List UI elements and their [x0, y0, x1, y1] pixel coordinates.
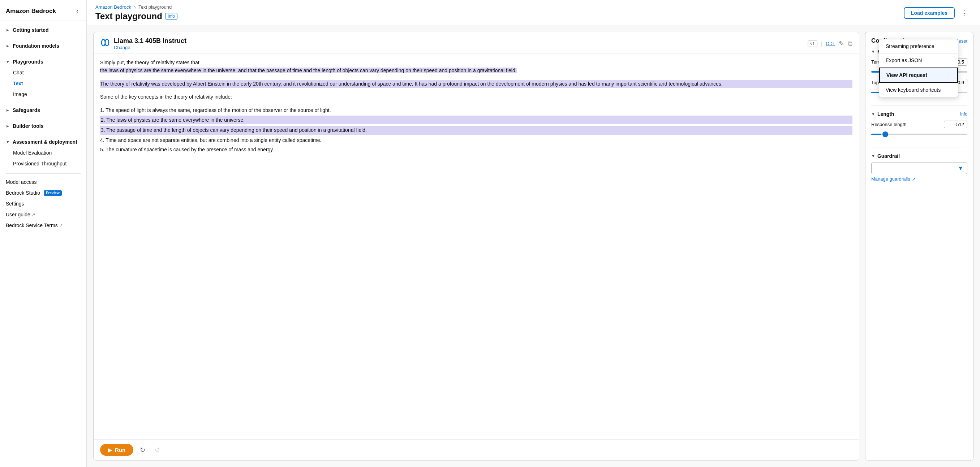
response-length-row: Response length 512	[871, 121, 967, 128]
sidebar-item-assessment[interactable]: ▼ Assessment & deployment	[0, 137, 86, 147]
model-header: Llama 3.1 405B Instruct Change v1 | ODT …	[94, 32, 859, 54]
sidebar-item-getting-started[interactable]: ► Getting started	[0, 25, 86, 35]
sidebar-item-service-terms[interactable]: Bedrock Service Terms ↗	[0, 220, 86, 231]
workspace: Llama 3.1 405B Instruct Change v1 | ODT …	[87, 25, 980, 467]
sidebar-item-model-evaluation[interactable]: Model Evaluation	[0, 147, 86, 158]
topbar-left: Amazon Bedrock › Text playground Text pl…	[95, 4, 177, 21]
response-length-label: Response length	[871, 122, 907, 127]
run-button[interactable]: ▶ Run	[100, 444, 133, 456]
copy-icon[interactable]: ⧉	[848, 40, 853, 48]
response-length-slider[interactable]	[871, 133, 967, 135]
breadcrumb-current: Text playground	[138, 4, 172, 10]
sidebar-section-assessment: ▼ Assessment & deployment Model Evaluati…	[0, 133, 86, 170]
sidebar-item-settings[interactable]: Settings	[0, 198, 86, 209]
list-item: 5. The curvature of spacetime is caused …	[100, 146, 853, 154]
breadcrumb: Amazon Bedrock › Text playground	[95, 4, 177, 10]
config-section-guardrail: ▼ Guardrail ▼ Manage guardrails ↗	[871, 153, 967, 182]
sidebar-item-text[interactable]: Text	[0, 78, 86, 89]
manage-guardrails-link[interactable]: Manage guardrails ↗	[871, 176, 967, 182]
sidebar-section-foundation-models: ► Foundation models	[0, 37, 86, 53]
page-title: Text playground Info	[95, 11, 177, 21]
config-section-length-header[interactable]: ▼ Length Info	[871, 111, 967, 117]
kebab-menu-button[interactable]: ⋮	[958, 8, 971, 18]
sidebar-title: Amazon Bedrock	[6, 8, 56, 15]
sidebar-section-safeguards: ► Safeguards	[0, 101, 86, 117]
sidebar-section-playgrounds: ▼ Playgrounds Chat Text Image	[0, 53, 86, 101]
paragraph-2: The theory of relativity was developed b…	[100, 80, 853, 88]
dropdown-item-view-api[interactable]: View API request	[879, 68, 958, 83]
play-icon: ▶	[108, 447, 112, 453]
list-item: 3. The passage of time and the length of…	[100, 126, 853, 134]
chevron-down-icon: ▼	[871, 49, 875, 54]
sidebar: Amazon Bedrock ‹ ► Getting started ► Fou…	[0, 0, 87, 467]
chevron-right-icon: ►	[6, 28, 10, 32]
paragraph-1-normal: Simply put, the theory of relativity sta…	[100, 60, 199, 65]
chevron-down-icon: ▼	[6, 140, 10, 144]
sidebar-item-bedrock-studio[interactable]: Bedrock Studio Preview	[0, 187, 86, 198]
topbar: Amazon Bedrock › Text playground Text pl…	[87, 0, 980, 25]
dropdown-arrow-icon: ▼	[958, 165, 963, 172]
paragraph-1-highlighted: the laws of physics are the same everywh…	[100, 68, 517, 73]
preview-badge: Preview	[44, 191, 62, 196]
dropdown-item-streaming[interactable]: Streaming preference	[879, 40, 958, 53]
sidebar-header: Amazon Bedrock ‹	[0, 0, 86, 21]
guardrail-dropdown[interactable]: ▼	[871, 162, 967, 174]
paragraph-1: Simply put, the theory of relativity sta…	[100, 59, 853, 75]
sidebar-item-chat[interactable]: Chat	[0, 67, 86, 78]
dropdown-menu: Streaming preference Export as JSON View…	[879, 39, 958, 97]
breadcrumb-separator: ›	[134, 4, 135, 10]
svg-point-1	[105, 40, 109, 46]
chevron-right-icon: ►	[6, 108, 10, 112]
sidebar-item-safeguards[interactable]: ► Safeguards	[0, 105, 86, 116]
response-length-value[interactable]: 512	[944, 121, 967, 128]
sidebar-divider	[6, 173, 81, 174]
redo-button[interactable]: ↺	[152, 445, 163, 456]
edit-icon[interactable]: ✎	[839, 40, 844, 48]
config-section-guardrail-header[interactable]: ▼ Guardrail	[871, 153, 967, 159]
length-section-label: Length	[877, 111, 894, 117]
odt-badge[interactable]: ODT	[826, 41, 835, 46]
version-badge: v1	[808, 40, 818, 47]
paragraph-3: Some of the key concepts in the theory o…	[100, 93, 853, 101]
sidebar-item-foundation-models[interactable]: ► Foundation models	[0, 40, 86, 51]
config-section-length: ▼ Length Info Response length 512	[871, 111, 967, 141]
chevron-down-icon: ▼	[871, 154, 875, 158]
playground-panel: Llama 3.1 405B Instruct Change v1 | ODT …	[93, 32, 859, 461]
list-item: 2. The laws of physics are the same ever…	[100, 116, 853, 124]
sidebar-section-builder-tools: ► Builder tools	[0, 117, 86, 133]
guardrail-section-label: Guardrail	[877, 153, 900, 159]
chevron-down-icon: ▼	[871, 112, 875, 116]
topbar-actions: Load examples ⋮	[904, 7, 971, 19]
sidebar-item-user-guide[interactable]: User guide ↗	[0, 209, 86, 220]
model-version-area: v1 | ODT ✎ ⧉	[808, 40, 853, 48]
sidebar-collapse-button[interactable]: ‹	[74, 6, 81, 16]
content-area: Simply put, the theory of relativity sta…	[94, 54, 859, 439]
main-content: Amazon Bedrock › Text playground Text pl…	[87, 0, 980, 467]
version-divider: |	[821, 41, 822, 47]
length-info-link[interactable]: Info	[960, 111, 967, 117]
list-item: 1. The speed of light is always the same…	[100, 106, 853, 114]
dropdown-item-keyboard-shortcuts[interactable]: View keyboard shortcuts	[879, 83, 958, 97]
list-item: 4. Time and space are not separate entit…	[100, 136, 853, 144]
run-bar: ▶ Run ↻ ↺	[94, 439, 859, 460]
chevron-down-icon: ▼	[6, 60, 10, 64]
model-name-block: Llama 3.1 405B Instruct Change	[114, 37, 186, 50]
info-badge[interactable]: Info	[165, 13, 177, 19]
sidebar-item-image[interactable]: Image	[0, 89, 86, 100]
undo-button[interactable]: ↻	[137, 445, 148, 456]
model-change-link[interactable]: Change	[114, 45, 186, 50]
external-link-icon: ↗	[912, 176, 916, 182]
svg-point-0	[102, 40, 105, 46]
sidebar-item-playgrounds[interactable]: ▼ Playgrounds	[0, 56, 86, 67]
breadcrumb-parent[interactable]: Amazon Bedrock	[95, 4, 131, 10]
dropdown-item-export-json[interactable]: Export as JSON	[879, 54, 958, 67]
sidebar-item-provisioned-throughput[interactable]: Provisioned Throughput	[0, 158, 86, 169]
load-examples-button[interactable]: Load examples	[904, 7, 955, 19]
config-divider-1	[871, 105, 967, 105]
response-length-slider-container	[871, 130, 967, 136]
response-length-field: Response length 512	[871, 121, 967, 136]
model-name: Llama 3.1 405B Instruct	[114, 37, 186, 45]
sidebar-item-model-access[interactable]: Model access	[0, 176, 86, 187]
sidebar-item-builder-tools[interactable]: ► Builder tools	[0, 121, 86, 132]
external-link-icon: ↗	[32, 212, 35, 217]
